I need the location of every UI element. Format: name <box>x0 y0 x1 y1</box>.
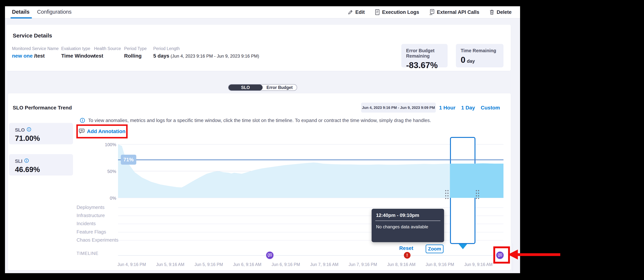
add-annotation-label: Add Annotation <box>87 128 126 134</box>
field-value-text: /test <box>33 53 45 59</box>
tooltip-divider <box>375 220 440 221</box>
field-label: Health Source <box>94 46 121 51</box>
field-value-text: test <box>94 53 103 59</box>
red-arrow-head-icon <box>508 249 518 259</box>
xtick: Jun 7, 9:16 PM <box>344 262 381 267</box>
field-label: Period Type <box>124 46 146 51</box>
lane-line <box>118 240 504 240</box>
toolbar-button-label: External API Calls <box>437 10 479 15</box>
lane-label-infrastructure: Infrastructure <box>76 213 105 218</box>
field-value-text: Time Window <box>61 53 94 59</box>
tab-details[interactable]: Details <box>12 9 30 15</box>
selection-right-drag-handle-icon[interactable] <box>475 189 479 199</box>
service-field-period-type: Period TypeRolling <box>124 46 146 59</box>
service-details-card: Service Details Monitored Service Namene… <box>6 25 511 71</box>
slo-kpi-label: SLO <box>15 127 25 133</box>
timeline-label: TIMELINE <box>76 251 98 256</box>
lane-line <box>118 216 504 216</box>
slo-errorbudget-toggle: SLO Error Budget <box>228 84 297 91</box>
xtick: Jun 9, 9:16 AM <box>460 262 497 267</box>
active-tab-underline <box>10 17 32 19</box>
xtick: Jun 5, 9:16 PM <box>190 262 227 267</box>
monitored-service-link[interactable]: new one <box>12 53 33 59</box>
time-remaining-unit: day <box>467 59 475 64</box>
field-value: test <box>94 53 121 59</box>
slo-kpi-value: 71.00% <box>15 134 67 142</box>
field-value: Time Window <box>61 53 94 59</box>
delete-button[interactable]: Delete <box>489 10 512 15</box>
screenshot-stage: Details Configurations EditExecution Log… <box>0 0 644 280</box>
lane-label-feature-flags: Feature Flags <box>76 229 106 235</box>
field-label: Evaluation type <box>61 46 94 51</box>
tab-configurations[interactable]: Configurations <box>37 9 72 15</box>
lane-label-deployments: Deployments <box>76 204 104 210</box>
zoom-button[interactable]: Zoom <box>426 244 444 253</box>
xtick: Jun 4, 9:16 PM <box>113 262 150 267</box>
service-field-evaluation-type: Evaluation typeTime Window <box>61 46 94 59</box>
info-icon[interactable] <box>80 118 85 124</box>
error-budget-remaining-label: Error Budget Remaining <box>406 48 443 59</box>
red-highlight-box <box>493 246 510 263</box>
field-value-detail: (Jun 4, 2023 9:16 PM - Jun 9, 2023 9:16 … <box>169 54 259 59</box>
sli-info-icon[interactable] <box>24 158 29 164</box>
toggle-option-slo[interactable]: SLO <box>228 85 262 90</box>
xtick: Jun 7, 9:16 AM <box>306 262 343 267</box>
toggle-option-error-budget[interactable]: Error Budget <box>262 85 297 90</box>
service-field-health-source: Health Sourcetest <box>94 46 121 59</box>
slo-kpi-card: SLO 71.00% <box>9 123 73 144</box>
time-remaining-number: 0 <box>461 55 466 65</box>
lane-label-chaos-experiments: Chaos Experiments <box>76 237 118 243</box>
execution-logs-button[interactable]: Execution Logs <box>375 9 419 15</box>
field-label: Monitored Service Name <box>12 46 59 51</box>
edit-button[interactable]: Edit <box>348 10 365 15</box>
selection-left-drag-handle-icon[interactable] <box>444 189 448 199</box>
ytick-50: 50% <box>100 169 116 174</box>
time-remaining-value: 0day <box>461 55 499 65</box>
reset-button[interactable]: Reset <box>397 245 416 251</box>
error-exclamation-icon[interactable]: ! <box>404 252 410 258</box>
xtick: Jun 6, 9:16 PM <box>268 262 304 267</box>
svg-text:API: API <box>430 14 432 15</box>
error-budget-remaining-value: -83.67% <box>406 60 443 70</box>
field-value: 5 days (Jun 4, 2023 9:16 PM - Jun 9, 202… <box>153 53 259 59</box>
lane-line <box>118 224 504 224</box>
pencil-icon <box>348 10 353 15</box>
page-header: Details Configurations EditExecution Log… <box>5 6 520 19</box>
ytick-0: 0% <box>100 196 116 201</box>
xtick: Jun 8, 9:16 AM <box>383 262 420 267</box>
time-remaining-label: Time Remaining <box>461 48 499 53</box>
range-button-custom[interactable]: Custom <box>481 105 500 111</box>
annotation-bubble-icon[interactable] <box>266 251 274 259</box>
toolbar-button-label: Delete <box>497 10 512 15</box>
time-remaining-box: Time Remaining 0day <box>456 44 504 67</box>
selection-window[interactable] <box>450 137 476 244</box>
service-details-title: Service Details <box>13 33 52 39</box>
trash-icon <box>489 10 494 15</box>
field-label: Period Length <box>153 46 259 51</box>
external-api-calls-button[interactable]: APIExternal API Calls <box>429 9 479 15</box>
info-row: To view anomalies, metrics and logs for … <box>80 118 431 124</box>
slo-performance-trend-card: SLO Performance Trend Jun 4, 2023 9:16 P… <box>8 93 511 270</box>
xtick: Jun 6, 9:16 AM <box>229 262 266 267</box>
document-api-icon: API <box>429 9 435 15</box>
range-button-1-hour[interactable]: 1 Hour <box>439 105 456 111</box>
annotation-bubble-icon <box>78 128 85 135</box>
slo-info-icon[interactable] <box>26 127 31 133</box>
lane-label-incidents: Incidents <box>76 221 96 226</box>
error-budget-remaining-box: Error Budget Remaining -83.67% <box>401 44 448 67</box>
range-button-1-day[interactable]: 1 Day <box>461 105 475 111</box>
app-panel: Details Configurations EditExecution Log… <box>5 6 520 273</box>
lane-line <box>118 207 504 208</box>
xtick: Jun 8, 9:16 PM <box>422 262 458 267</box>
sli-kpi-value: 46.69% <box>15 165 67 174</box>
date-range-pill[interactable]: Jun 4, 2023 9:16 PM - Jun 9, 2023 9:09 P… <box>361 103 436 113</box>
sli-kpi-label: SLI <box>15 158 22 164</box>
service-field-period-length: Period Length5 days (Jun 4, 2023 9:16 PM… <box>153 46 259 59</box>
service-field-monitored-service-name: Monitored Service Namenew one /test <box>12 46 59 59</box>
info-text: To view anomalies, metrics and logs for … <box>88 118 431 123</box>
trend-title: SLO Performance Trend <box>13 105 72 111</box>
field-value-text: Rolling <box>124 53 142 59</box>
tooltip-time-range: 12:40pm - 09:10pm <box>376 212 419 218</box>
field-value-text: 5 days <box>153 53 169 59</box>
tooltip-message: No changes data available <box>376 224 428 229</box>
